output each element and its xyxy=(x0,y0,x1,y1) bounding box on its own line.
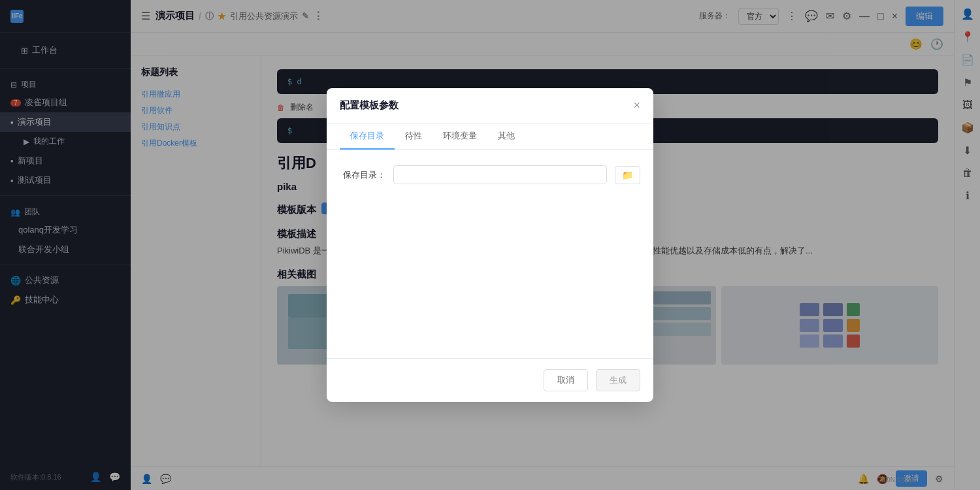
modal-header: 配置模板参数 × xyxy=(327,88,653,123)
cancel-button[interactable]: 取消 xyxy=(544,369,588,391)
tab-attributes[interactable]: 待性 xyxy=(395,123,433,150)
tab-env-vars[interactable]: 环境变量 xyxy=(433,123,487,150)
modal-tabs: 保存目录 待性 环境变量 其他 xyxy=(327,123,653,150)
generate-button[interactable]: 生成 xyxy=(596,369,640,391)
modal-overlay: 配置模板参数 × 保存目录 待性 环境变量 其他 保存目录： 📁 取消 生成 xyxy=(0,0,980,490)
tab-other[interactable]: 其他 xyxy=(487,123,525,150)
modal-body: 保存目录： 📁 xyxy=(327,150,653,358)
modal-footer: 取消 生成 xyxy=(327,358,653,402)
save-dir-input[interactable] xyxy=(393,165,607,184)
modal-close-button[interactable]: × xyxy=(633,99,640,112)
folder-picker-button[interactable]: 📁 xyxy=(615,166,640,184)
save-dir-form-row: 保存目录： 📁 xyxy=(340,165,640,184)
modal-title: 配置模板参数 xyxy=(340,99,399,112)
config-modal: 配置模板参数 × 保存目录 待性 环境变量 其他 保存目录： 📁 取消 生成 xyxy=(327,88,653,402)
save-dir-label: 保存目录： xyxy=(340,169,385,181)
tab-save-dir[interactable]: 保存目录 xyxy=(340,123,395,150)
